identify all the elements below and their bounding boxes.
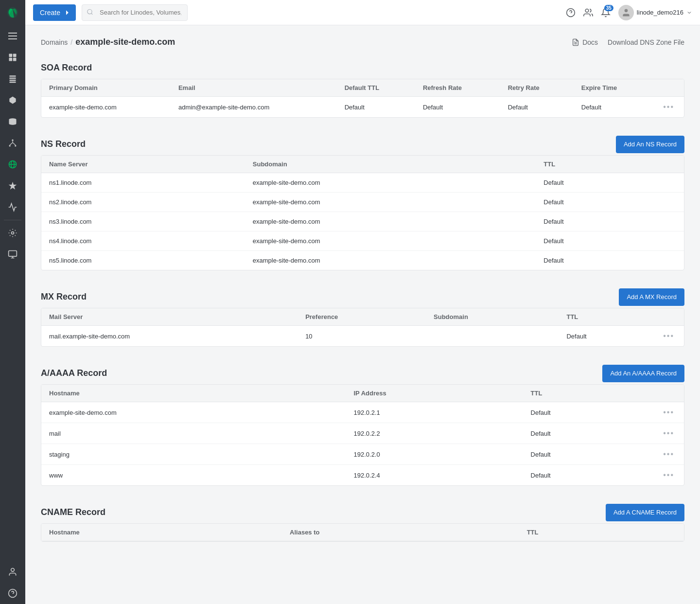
aaaa-header: A/AAAA Record Add An A/AAAA Record [41,362,684,384]
sidebar-item-help[interactable] [0,583,25,604]
ns-subdomain: example-site-demo.com [245,212,536,231]
sidebar-item-managed[interactable] [0,222,25,244]
cname-table: Hostname Aliases to TTL [41,524,684,541]
cname-thead-row: Hostname Aliases to TTL [41,524,684,541]
soa-expire-time: Default [574,97,653,118]
aaaa-thead-row: Hostname IP Address TTL [41,385,684,402]
soa-table: Primary Domain Email Default TTL Refresh… [41,79,684,117]
table-row: mail 192.0.2.2 Default ••• [41,423,684,444]
breadcrumb-parent[interactable]: Domains [41,38,68,46]
mx-subdomain [426,326,559,347]
table-row: ns1.linode.com example-site-demo.com Def… [41,173,684,193]
aaaa-hostname: mail [41,423,346,444]
sidebar-item-linodes[interactable] [0,68,25,89]
row-more-button[interactable]: ••• [661,408,676,417]
sidebar-item-obj-storage[interactable] [0,89,25,111]
row-more-button[interactable]: ••• [661,332,676,340]
search-input[interactable] [82,4,188,21]
ns-table: Name Server Subdomain TTL ns1.linode.com… [41,156,684,270]
user-menu[interactable]: linode_demo216 [618,5,692,20]
sidebar-item-domains[interactable] [0,154,25,175]
row-more-button[interactable]: ••• [661,429,676,438]
sidebar-item-longview[interactable] [0,196,25,218]
community-icon[interactable] [583,8,593,18]
svg-rect-3 [9,54,13,57]
aaaa-ttl: Default [523,465,654,486]
notifications-icon[interactable]: 35 [601,8,611,18]
sidebar-item-account[interactable] [0,561,25,583]
sidebar-bottom [0,561,25,604]
user-avatar [618,5,634,20]
svg-point-29 [625,9,628,12]
row-more-button[interactable]: ••• [661,103,676,111]
soa-retry-rate: Default [500,97,574,118]
sidebar-divider [4,220,21,220]
ns-subdomain: example-site-demo.com [245,251,536,270]
table-row: ns4.linode.com example-site-demo.com Def… [41,231,684,251]
soa-title: SOA Record [41,57,92,79]
aaaa-ip-address: 192.0.2.1 [346,402,523,423]
mx-col-preference: Preference [298,308,426,326]
aaaa-title: A/AAAA Record [41,362,107,384]
docs-icon [572,38,579,46]
cname-col-ttl: TTL [519,524,661,541]
row-more-button[interactable]: ••• [661,471,676,480]
help-icon[interactable] [566,8,576,18]
mx-tbody: mail.example-site-demo.com 10 Default ••… [41,326,684,347]
mx-header: MX Record Add A MX Record [41,286,684,308]
svg-point-15 [15,145,16,146]
ns-ttl: Default [536,231,661,251]
soa-default-ttl: Default [337,97,415,118]
docs-link[interactable]: Docs [572,38,598,46]
svg-marker-11 [9,97,16,104]
mx-title: MX Record [41,286,87,308]
mx-preference: 10 [298,326,426,347]
hamburger-menu[interactable] [0,25,25,47]
table-row: www 192.0.2.4 Default ••• [41,465,684,486]
svg-point-13 [12,140,13,141]
soa-email: admin@example-site-demo.com [171,97,337,118]
svg-point-19 [12,232,14,234]
add-cname-record-button[interactable]: Add A CNAME Record [606,504,684,521]
table-row: ns5.linode.com example-site-demo.com Def… [41,251,684,270]
breadcrumb-actions: Docs Download DNS Zone File [572,38,684,46]
ns-ttl: Default [536,251,661,270]
row-more-button[interactable]: ••• [661,450,676,459]
download-dns-link[interactable]: Download DNS Zone File [608,38,684,46]
mx-col-mail-server: Mail Server [41,308,298,326]
table-row: staging 192.0.2.0 Default ••• [41,444,684,465]
breadcrumb-separator: / [70,38,72,46]
notification-badge: 35 [604,5,613,11]
topbar: Create 35 linode_demo2 [25,0,700,25]
soa-col-actions [653,79,684,97]
svg-rect-20 [9,251,17,257]
ns-name-server: ns3.linode.com [41,212,245,231]
svg-line-25 [91,13,93,15]
aaaa-col-ttl: TTL [523,385,654,402]
ns-tbody: ns1.linode.com example-site-demo.com Def… [41,173,684,270]
soa-section: SOA Record Primary Domain Email Default … [41,57,684,118]
username: linode_demo216 [637,9,683,16]
search-icon [87,8,93,17]
main-content: Domains / example-site-demo.com Docs Dow… [25,25,700,604]
sidebar-item-volumes[interactable] [0,111,25,132]
sidebar-item-nodebalancers[interactable] [0,132,25,154]
add-ns-record-button[interactable]: Add An NS Record [616,136,684,153]
create-button[interactable]: Create [33,4,76,21]
aaaa-col-actions [653,385,684,402]
sidebar-item-oneclick[interactable] [0,175,25,196]
aaaa-table-wrap: Hostname IP Address TTL example-site-dem… [41,384,684,486]
svg-rect-2 [8,38,17,39]
add-mx-record-button[interactable]: Add A MX Record [619,288,684,306]
sidebar-item-marketplace[interactable] [0,244,25,265]
aaaa-col-ip-address: IP Address [346,385,523,402]
sidebar-item-dashboard[interactable] [0,47,25,68]
soa-table-wrap: Primary Domain Email Default TTL Refresh… [41,79,684,118]
aaaa-ip-address: 192.0.2.2 [346,423,523,444]
aaaa-ttl: Default [523,423,654,444]
ns-name-server: ns4.linode.com [41,231,245,251]
add-aaaa-record-button[interactable]: Add An A/AAAA Record [602,365,684,382]
svg-rect-1 [8,36,17,36]
table-row: example-site-demo.com 192.0.2.1 Default … [41,402,684,423]
create-label: Create [40,9,60,17]
